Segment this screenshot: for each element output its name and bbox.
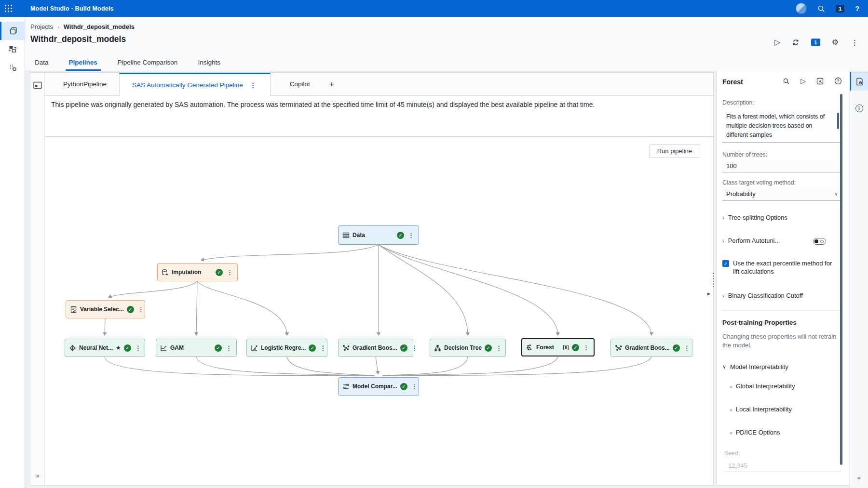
rail-item-info[interactable]: i [850, 99, 868, 118]
help-icon[interactable]: ? [855, 5, 859, 12]
post-training-note: Changing these properties will not retra… [722, 332, 838, 350]
success-check-icon: ✓ [673, 344, 680, 352]
node-data[interactable]: Data ✓ ⋮ [338, 225, 419, 245]
app-switcher-icon[interactable] [4, 4, 14, 13]
search-icon[interactable] [817, 5, 825, 13]
node-menu-icon[interactable]: ⋮ [134, 345, 142, 351]
autotune-toggle[interactable] [813, 238, 826, 245]
sidebar-item-settings[interactable] [0, 58, 25, 77]
forest-icon [526, 344, 533, 351]
node-gradient-boosting-1[interactable]: Gradient Boos... ✓ ⋮ [338, 339, 413, 357]
collapse-panel-icon[interactable]: « [850, 474, 868, 481]
panel-search-icon[interactable] [783, 78, 790, 85]
pipeline-workspace: » PythonPipeline SAS Automatically Gener… [30, 72, 714, 486]
sidebar-item-exchange[interactable] [0, 40, 25, 58]
gear-icon[interactable]: ⚙ [832, 39, 839, 46]
decision-tree-icon [434, 344, 441, 352]
chevron-right-icon: › [722, 293, 724, 299]
success-check-icon: ✓ [127, 306, 134, 313]
node-neural-network[interactable]: Neural Net... ★ ✓ ⋮ [65, 339, 145, 357]
section-label: Model Interpretability [730, 363, 788, 370]
tab-insights[interactable]: Insights [194, 55, 224, 71]
node-label: GAM [170, 344, 212, 351]
header-actions: ▷ 1 ⚙ ⋮ [774, 39, 859, 46]
success-check-icon: ✓ [216, 269, 223, 276]
main-tabs: Data Pipelines Pipeline Comparison Insig… [31, 55, 224, 71]
node-model-comparison[interactable]: Model Compar... ✓ ⋮ [338, 377, 419, 396]
new-pipeline-tab-icon[interactable]: + [323, 73, 341, 95]
voting-method-label: Class target voting method: [722, 179, 796, 186]
pipeline-tab-copilot[interactable]: Copilot [277, 73, 323, 95]
pipeline-tab-sas-auto[interactable]: SAS Automatically Generated Pipeline ⋮ [119, 73, 271, 96]
panel-run-icon[interactable]: ▷ [800, 78, 806, 84]
node-decision-tree[interactable]: Decision Tree ✓ ⋮ [430, 339, 506, 357]
node-imputation[interactable]: Imputation ✓ ⋮ [157, 263, 238, 281]
notification-badge[interactable]: 1 [836, 5, 844, 13]
section-pdice-options[interactable]: › PD/ICE Options [730, 429, 780, 436]
regression-chart-icon [251, 344, 258, 352]
section-global-interpretability[interactable]: › Global Interpretability [730, 382, 795, 390]
node-label: Gradient Boos... [353, 344, 397, 351]
splitter-collapse-icon[interactable]: ► [706, 291, 711, 296]
splitter-grip[interactable] [712, 273, 715, 289]
tab-data[interactable]: Data [31, 55, 52, 71]
breadcrumb-projects[interactable]: Projects [30, 23, 53, 30]
percentile-checkbox[interactable]: ✓ [722, 260, 729, 267]
panel-preview-icon[interactable] [33, 81, 42, 89]
node-gam[interactable]: GAM ✓ ⋮ [156, 339, 237, 357]
node-menu-icon[interactable]: ⋮ [225, 345, 233, 351]
properties-panel-title: Forest [722, 78, 743, 86]
section-autotune[interactable]: › Perform Autotuni... [722, 237, 780, 244]
section-model-interpretability[interactable]: ∨ Model Interpretability [722, 363, 788, 370]
panel-register-icon[interactable] [816, 78, 824, 85]
node-forest[interactable]: Forest ✓ ⋮ [521, 338, 595, 356]
success-check-icon: ✓ [124, 344, 131, 352]
section-local-interpretability[interactable]: › Local Interpretability [730, 406, 792, 413]
pipeline-info-banner: This pipeline was originally generated b… [45, 96, 713, 137]
section-label: Tree-splitting Options [728, 214, 787, 221]
node-gradient-boosting-2[interactable]: Gradient Boos... ✓ ⋮ [610, 339, 692, 357]
node-menu-icon[interactable]: ⋮ [683, 345, 691, 351]
node-menu-icon[interactable]: ⋮ [582, 344, 590, 351]
gradient-boosting-icon [342, 344, 350, 352]
node-menu-icon[interactable]: ⋮ [410, 383, 419, 390]
success-check-icon: ✓ [485, 344, 492, 352]
description-scrollbar[interactable] [837, 113, 839, 129]
section-divider [722, 310, 842, 311]
voting-method-value: Probability [726, 190, 756, 198]
svg-text:?: ? [837, 79, 840, 83]
run-icon[interactable]: ▷ [774, 39, 780, 46]
expand-panel-icon[interactable]: » [30, 472, 45, 479]
node-logistic-regression[interactable]: Logistic Regre... ✓ ⋮ [246, 339, 327, 357]
table-icon [342, 232, 350, 239]
node-label: Forest [536, 344, 560, 351]
header-badge[interactable]: 1 [811, 39, 820, 46]
node-menu-icon[interactable]: ⋮ [137, 306, 145, 313]
tab-pipelines[interactable]: Pipelines [66, 55, 101, 71]
panel-help-icon[interactable]: ? [834, 77, 842, 85]
sidebar-item-pipelines[interactable] [0, 22, 25, 40]
node-variable-selection[interactable]: Variable Selec... ✓ ⋮ [66, 300, 145, 318]
pipeline-tab-menu-icon[interactable]: ⋮ [249, 82, 258, 89]
refresh-icon[interactable] [792, 39, 800, 46]
properties-scrollbar[interactable] [840, 94, 842, 465]
header-more-icon[interactable]: ⋮ [850, 39, 859, 46]
node-menu-icon[interactable]: ⋮ [407, 232, 415, 238]
pipeline-canvas[interactable]: Run pipeline [45, 137, 713, 485]
section-binary-cutoff[interactable]: › Binary Classification Cutoff [722, 292, 803, 299]
sas-logo-icon[interactable] [796, 3, 807, 14]
tab-pipeline-comparison[interactable]: Pipeline Comparison [114, 55, 181, 71]
number-of-trees-input[interactable] [722, 160, 842, 172]
node-label: Decision Tree [444, 344, 482, 351]
section-tree-splitting[interactable]: › Tree-splitting Options [722, 214, 787, 221]
description-textarea[interactable]: Fits a forest model, which consists of m… [722, 110, 842, 143]
node-menu-icon[interactable]: ⋮ [410, 345, 419, 351]
rail-item-properties[interactable] [850, 72, 868, 91]
node-menu-icon[interactable]: ⋮ [319, 345, 327, 351]
voting-method-select[interactable]: Probability ∨ [722, 188, 842, 201]
pipeline-tab-python[interactable]: PythonPipeline [51, 73, 119, 95]
node-menu-icon[interactable]: ⋮ [495, 345, 503, 351]
node-menu-icon[interactable]: ⋮ [226, 269, 234, 276]
left-navigation-rail [0, 17, 25, 488]
registered-bookmark-icon [563, 344, 569, 351]
